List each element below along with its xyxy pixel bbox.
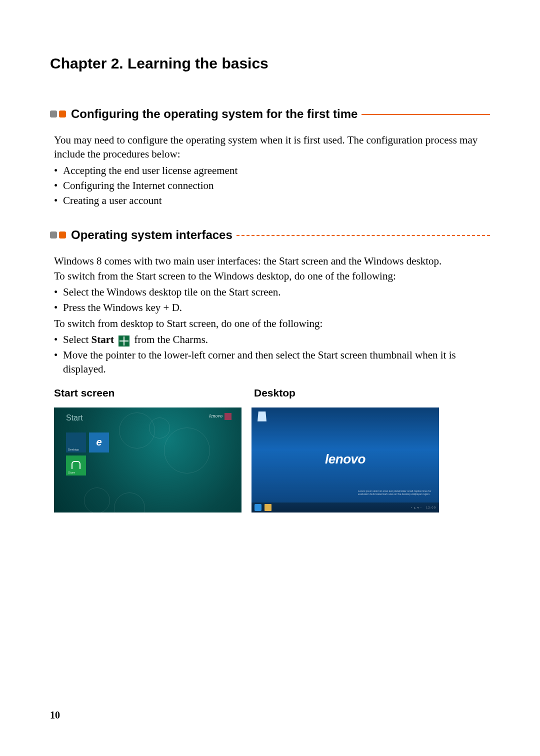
tile-desktop-icon: Desktop — [66, 432, 86, 452]
section2-para2: To switch from the Start screen to the W… — [54, 269, 490, 283]
section1-intro: You may need to configure the operating … — [54, 133, 490, 162]
switch-to-start-list: Select Start from the Charms. Move the p… — [54, 332, 490, 376]
taskbar: ▫ ▴ ◂ ◦ 12:00 — [252, 502, 439, 512]
watermark-text: Lorem ipsum dolor sit amet text placehol… — [358, 490, 433, 496]
section-title: Configuring the operating system for the… — [71, 107, 358, 121]
section2-para3: To switch from desktop to Start screen, … — [54, 316, 490, 330]
chapter-title: Chapter 2. Learning the basics — [50, 55, 490, 72]
tile-internet-explorer-icon: e — [89, 432, 109, 452]
list-item: Press the Windows key + D. — [54, 300, 490, 314]
taskbar-explorer-icon — [264, 504, 272, 511]
tile-store-icon: Store — [66, 456, 86, 476]
label-desktop: Desktop — [254, 386, 379, 400]
taskbar-ie-icon — [254, 504, 262, 511]
section-configuring: Configuring the operating system for the… — [50, 107, 490, 208]
user-badge: lenovo — [209, 412, 232, 420]
section-interfaces: Operating system interfaces Windows 8 co… — [50, 228, 490, 512]
section2-para1: Windows 8 comes with two main user inter… — [54, 254, 490, 268]
desktop-thumbnail: lenovo Lorem ipsum dolor sit amet text p… — [252, 408, 439, 512]
section-divider-line — [362, 114, 490, 115]
list-item: Move the pointer to the lower-left corne… — [54, 348, 490, 376]
recycle-bin-icon — [258, 412, 266, 422]
list-item-select-start: Select Start from the Charms. — [54, 332, 490, 346]
lenovo-logo: lenovo — [325, 450, 366, 468]
list-item: Select the Windows desktop tile on the S… — [54, 285, 490, 299]
page-number: 10 — [50, 710, 60, 721]
label-start-screen: Start screen — [54, 386, 179, 400]
start-charm-tile-icon — [118, 336, 130, 346]
switch-to-desktop-list: Select the Windows desktop tile on the S… — [54, 285, 490, 314]
list-item: Accepting the end user license agreement — [54, 164, 490, 178]
list-item: Configuring the Internet connection — [54, 178, 490, 192]
start-screen-thumbnail: Start lenovo Desktop e — [54, 408, 242, 512]
section-title: Operating system interfaces — [71, 228, 232, 242]
section-bullets-icon — [50, 232, 66, 238]
section-bullets-icon — [50, 110, 66, 118]
taskbar-tray: ▫ ▴ ◂ ◦ 12:00 — [411, 506, 436, 510]
section-divider-dashed — [236, 235, 490, 236]
list-item: Creating a user account — [54, 194, 490, 208]
avatar-icon — [224, 413, 232, 420]
section1-list: Accepting the end user license agreement… — [54, 164, 490, 208]
start-screen-label: Start — [66, 412, 83, 424]
